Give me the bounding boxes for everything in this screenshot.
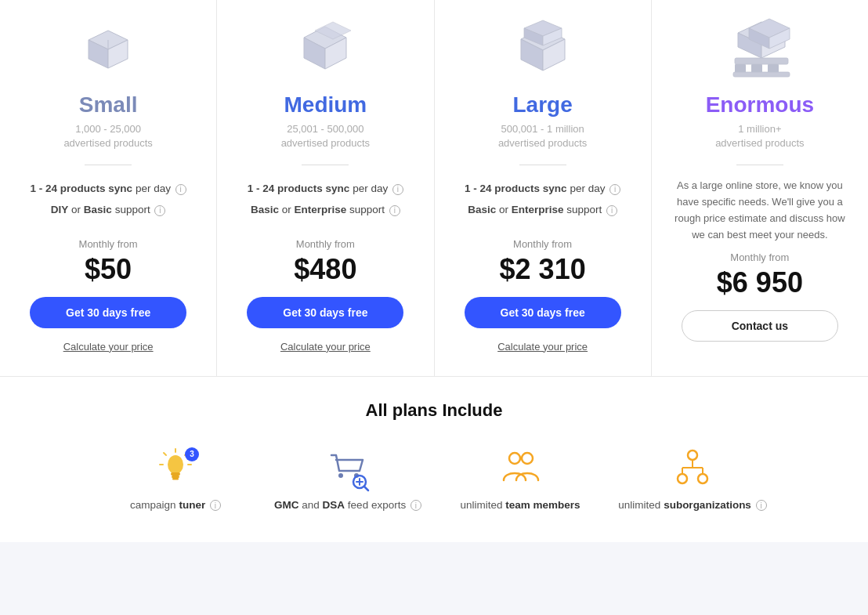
price-enormous: $6 950: [717, 266, 803, 299]
svg-rect-27: [172, 476, 179, 478]
calc-link-large[interactable]: Calculate your price: [497, 341, 588, 353]
features-grid: 3 campaign tuner i: [16, 444, 852, 511]
plan-range-enormous: 1 million+ advertised products: [715, 122, 804, 150]
gmc-dsa-icon: [320, 444, 375, 491]
all-plans-title: All plans Include: [16, 400, 852, 421]
monthly-from-medium: Monthly from: [296, 238, 355, 250]
svg-point-41: [522, 453, 533, 464]
price-small: $50: [85, 253, 132, 286]
svg-point-47: [678, 474, 687, 483]
svg-line-31: [164, 453, 166, 455]
svg-point-34: [338, 473, 343, 478]
svg-rect-26: [171, 472, 180, 476]
gmc-dsa-info-icon[interactable]: i: [410, 500, 421, 511]
plan-range-small: 1,000 - 25,000 advertised products: [63, 122, 152, 150]
monthly-from-enormous: Monthly from: [730, 251, 789, 263]
monthly-from-small: Monthly from: [79, 238, 138, 250]
plan-icon-small: [73, 19, 143, 81]
team-members-icon: [493, 444, 548, 491]
svg-rect-20: [735, 58, 788, 64]
svg-point-48: [698, 474, 707, 483]
page-wrapper: Small 1,000 - 25,000 advertised products…: [0, 0, 868, 542]
plan-card-medium: Medium 25,001 - 500,000 advertised produ…: [217, 0, 434, 376]
campaign-tuner-icon: 3: [148, 444, 203, 491]
enormous-description: As a large online store, we know you hav…: [667, 178, 852, 243]
price-large: $2 310: [500, 253, 586, 286]
calc-link-medium[interactable]: Calculate your price: [280, 341, 371, 353]
plan-card-enormous: Enormous 1 million+ advertised products …: [652, 0, 868, 376]
plan-name-small: Small: [79, 92, 138, 118]
suborganizations-icon: [665, 444, 720, 491]
cta-button-medium[interactable]: Get 30 days free: [247, 297, 403, 328]
badge-number: 3: [185, 447, 199, 461]
plan-icon-medium: [290, 19, 360, 81]
calc-link-small[interactable]: Calculate your price: [63, 341, 154, 353]
feature-item-team-members: unlimited team members: [434, 444, 606, 511]
plan-name-medium: Medium: [284, 92, 367, 118]
svg-point-40: [509, 453, 520, 464]
all-plans-section: All plans Include: [0, 377, 868, 542]
support-info-icon-small[interactable]: i: [154, 205, 165, 216]
svg-line-37: [364, 487, 368, 490]
feature-item-campaign-tuner: 3 campaign tuner i: [89, 444, 262, 511]
plan-features-large: 1 - 24 products sync per day i Basic or …: [465, 178, 620, 220]
svg-rect-24: [733, 72, 790, 77]
sync-info-icon-medium[interactable]: i: [392, 184, 403, 195]
svg-point-25: [168, 455, 183, 474]
support-info-icon-medium[interactable]: i: [389, 205, 400, 216]
feature-item-gmc-dsa: GMC and DSA feed exports i: [262, 444, 434, 511]
sync-info-icon-small[interactable]: i: [175, 184, 186, 195]
feature-label-campaign-tuner: campaign tuner i: [130, 499, 221, 511]
feature-label-gmc-dsa: GMC and DSA feed exports i: [274, 499, 421, 511]
cta-button-large[interactable]: Get 30 days free: [465, 297, 621, 328]
plan-icon-enormous: [725, 19, 795, 81]
campaign-tuner-info-icon[interactable]: i: [210, 500, 221, 511]
plan-range-medium: 25,001 - 500,000 advertised products: [281, 122, 370, 150]
plan-card-large: Large 500,001 - 1 million advertised pro…: [435, 0, 652, 376]
plan-name-enormous: Enormous: [706, 92, 814, 118]
support-info-icon-large[interactable]: i: [606, 205, 617, 216]
plan-name-large: Large: [513, 92, 573, 118]
plan-icon-large: [508, 19, 578, 81]
monthly-from-large: Monthly from: [513, 238, 572, 250]
svg-point-42: [688, 450, 697, 460]
plan-range-large: 500,001 - 1 million advertised products: [498, 122, 587, 150]
svg-rect-28: [172, 478, 179, 480]
plan-features-small: 1 - 24 products sync per day i DIY or Ba…: [31, 178, 186, 220]
cta-button-enormous[interactable]: Contact us: [682, 310, 838, 342]
feature-item-suborganizations: unlimited suborganizations i: [606, 444, 779, 511]
feature-label-team-members: unlimited team members: [460, 499, 580, 511]
suborganizations-info-icon[interactable]: i: [756, 500, 767, 511]
plans-section: Small 1,000 - 25,000 advertised products…: [0, 0, 868, 377]
cta-button-small[interactable]: Get 30 days free: [30, 297, 186, 328]
price-medium: $480: [294, 253, 356, 286]
sync-info-icon-large[interactable]: i: [609, 184, 620, 195]
plan-features-medium: 1 - 24 products sync per day i Basic or …: [248, 178, 403, 220]
plan-card-small: Small 1,000 - 25,000 advertised products…: [0, 0, 217, 376]
feature-label-suborganizations: unlimited suborganizations i: [618, 499, 766, 511]
